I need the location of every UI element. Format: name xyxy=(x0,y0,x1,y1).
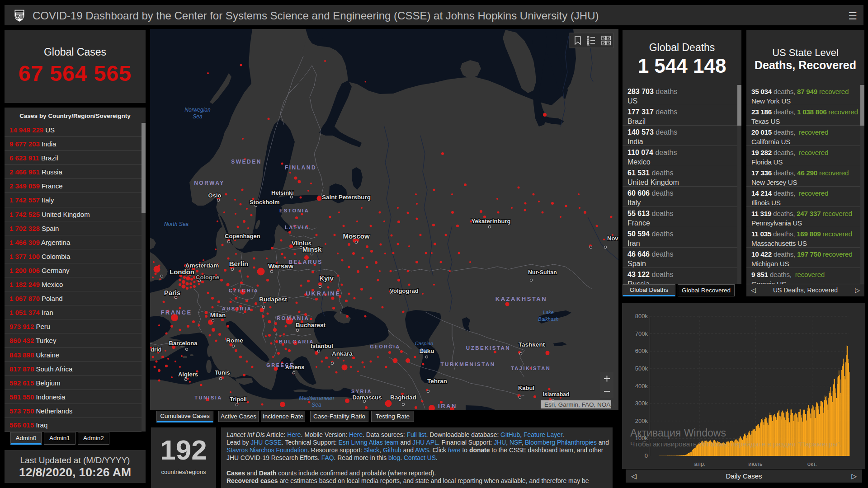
svg-text:Novosibirsk: Novosibirsk xyxy=(607,235,618,242)
svg-text:Islamabad: Islamabad xyxy=(543,391,570,398)
svg-text:Tehran: Tehran xyxy=(427,378,447,385)
svg-text:Caspian: Caspian xyxy=(415,341,433,346)
svg-text:TUNISIA: TUNISIA xyxy=(194,395,222,400)
svg-text:BELARUS: BELARUS xyxy=(288,259,323,265)
svg-text:NORWAY: NORWAY xyxy=(194,180,225,186)
svg-text:Damascus: Damascus xyxy=(352,394,382,401)
svg-text:Moscow: Moscow xyxy=(343,232,370,240)
svg-text:KAZAKHSTAN: KAZAKHSTAN xyxy=(495,296,547,302)
svg-text:Sea: Sea xyxy=(420,347,429,353)
svg-text:TAJIKISTAN: TAJIKISTAN xyxy=(511,366,551,371)
svg-text:Budapest: Budapest xyxy=(259,296,287,303)
svg-text:Copenhagen: Copenhagen xyxy=(225,233,260,239)
svg-text:LATVIA: LATVIA xyxy=(285,225,309,230)
svg-text:Tripoli: Tripoli xyxy=(230,396,247,403)
svg-text:Algiers: Algiers xyxy=(178,371,198,378)
svg-text:Tashkent: Tashkent xyxy=(519,341,545,348)
svg-text:SWEDEN: SWEDEN xyxy=(231,159,262,165)
svg-text:ROMANIA: ROMANIA xyxy=(277,315,309,321)
svg-text:Milan: Milan xyxy=(210,312,226,319)
svg-text:Kabul: Kabul xyxy=(518,385,534,391)
svg-text:Helsinki: Helsinki xyxy=(271,189,294,196)
svg-text:300k: 300k xyxy=(635,400,648,407)
svg-text:SYRIA: SYRIA xyxy=(351,389,372,394)
svg-text:Nur-Sultan: Nur-Sultan xyxy=(528,269,557,276)
svg-text:London: London xyxy=(170,268,194,276)
svg-text:drid: drid xyxy=(151,346,162,353)
svg-text:Volgograd: Volgograd xyxy=(390,287,418,294)
svg-text:Lake: Lake xyxy=(543,310,554,315)
svg-text:Amsterdam: Amsterdam xyxy=(185,262,219,269)
svg-text:Tunis: Tunis xyxy=(215,369,230,376)
svg-text:Чтобы активировать Windows, пе: Чтобы активировать Windows, перейдите в … xyxy=(630,440,842,448)
svg-text:TURKMENISTAN: TURKMENISTAN xyxy=(440,361,495,367)
svg-text:700k: 700k xyxy=(635,330,648,337)
svg-text:600k: 600k xyxy=(635,347,648,354)
svg-text:Активация Windows: Активация Windows xyxy=(630,427,726,439)
svg-text:Barcelona: Barcelona xyxy=(169,340,198,347)
svg-text:Kyiv: Kyiv xyxy=(319,274,334,282)
svg-text:North Sea: North Sea xyxy=(164,221,189,227)
svg-text:Bucharest: Bucharest xyxy=(296,322,326,328)
svg-text:FRANCE: FRANCE xyxy=(160,309,192,316)
svg-text:GREECE: GREECE xyxy=(266,362,294,368)
svg-text:500k: 500k xyxy=(635,365,648,372)
svg-text:Yekaterinburg: Yekaterinburg xyxy=(472,218,511,225)
svg-text:Saint Petersburg: Saint Petersburg xyxy=(322,194,371,201)
svg-text:Minsk: Minsk xyxy=(302,245,322,253)
svg-text:окт.: окт. xyxy=(807,460,817,467)
svg-text:UZBEKISTAN: UZBEKISTAN xyxy=(466,345,510,351)
svg-text:GEORGIA: GEORGIA xyxy=(370,344,400,349)
svg-text:Sea: Sea xyxy=(311,402,321,408)
svg-text:Paris: Paris xyxy=(164,289,181,296)
svg-text:июль: июль xyxy=(748,460,762,467)
svg-text:Rome: Rome xyxy=(226,337,243,344)
svg-text:Berlin: Berlin xyxy=(229,260,249,267)
svg-text:Esri, Garmin, FAO, NOAA: Esri, Garmin, FAO, NOAA xyxy=(544,401,614,408)
svg-text:апр.: апр. xyxy=(694,460,705,467)
svg-text:Ankara: Ankara xyxy=(332,350,353,357)
svg-text:400k: 400k xyxy=(635,383,648,389)
svg-text:FINLAND: FINLAND xyxy=(285,164,316,171)
svg-text:Sea: Sea xyxy=(193,113,203,120)
svg-text:BULGARIA: BULGARIA xyxy=(279,339,314,344)
svg-text:Balkhash: Balkhash xyxy=(538,316,558,322)
svg-text:800k: 800k xyxy=(635,313,648,319)
svg-text:Baghdad: Baghdad xyxy=(390,394,416,401)
svg-text:UKRAINE: UKRAINE xyxy=(306,290,341,297)
svg-text:Cologne: Cologne xyxy=(196,274,219,281)
svg-text:Stockholm: Stockholm xyxy=(250,199,279,206)
svg-text:200k: 200k xyxy=(635,418,648,424)
svg-text:Oslo: Oslo xyxy=(208,192,222,199)
svg-text:AUSTRIA: AUSTRIA xyxy=(222,306,252,311)
svg-text:Mediterranean: Mediterranean xyxy=(299,395,334,401)
svg-text:0: 0 xyxy=(645,452,648,459)
svg-text:CZECHIA: CZECHIA xyxy=(229,288,259,293)
svg-text:IRAN: IRAN xyxy=(438,403,457,409)
svg-text:Norwegian: Norwegian xyxy=(184,107,211,113)
svg-text:ESTONIA: ESTONIA xyxy=(279,208,309,213)
